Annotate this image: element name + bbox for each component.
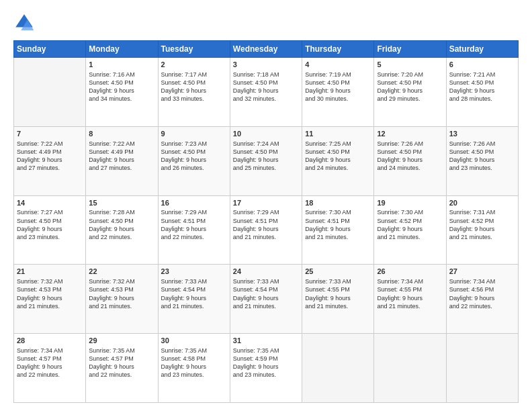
logo-icon [13, 12, 35, 34]
day-info: Sunrise: 7:34 AM Sunset: 4:56 PM Dayligh… [449, 277, 515, 310]
day-number: 24 [233, 267, 299, 277]
day-info: Sunrise: 7:16 AM Sunset: 4:50 PM Dayligh… [89, 71, 154, 103]
calendar-day-cell: 9Sunrise: 7:23 AM Sunset: 4:50 PM Daylig… [158, 126, 230, 195]
day-number: 17 [233, 198, 299, 208]
calendar-table: SundayMondayTuesdayWednesdayThursdayFrid… [13, 40, 519, 403]
calendar-day-cell: 24Sunrise: 7:33 AM Sunset: 4:54 PM Dayli… [230, 265, 302, 334]
day-number: 6 [449, 60, 515, 70]
day-info: Sunrise: 7:18 AM Sunset: 4:50 PM Dayligh… [233, 71, 299, 103]
calendar-week-row: 1Sunrise: 7:16 AM Sunset: 4:50 PM Daylig… [14, 58, 519, 127]
day-number: 23 [161, 267, 227, 277]
calendar-day-cell: 31Sunrise: 7:35 AM Sunset: 4:59 PM Dayli… [230, 334, 302, 403]
header [13, 12, 519, 34]
calendar-day-cell: 14Sunrise: 7:27 AM Sunset: 4:50 PM Dayli… [14, 195, 86, 265]
calendar-week-row: 7Sunrise: 7:22 AM Sunset: 4:49 PM Daylig… [14, 126, 519, 195]
calendar-day-cell: 17Sunrise: 7:29 AM Sunset: 4:51 PM Dayli… [230, 195, 302, 265]
calendar-day-header: Thursday [302, 41, 374, 58]
calendar-day-cell: 5Sunrise: 7:20 AM Sunset: 4:50 PM Daylig… [374, 58, 446, 127]
day-number: 20 [449, 198, 515, 208]
day-number: 21 [17, 267, 83, 277]
day-info: Sunrise: 7:25 AM Sunset: 4:50 PM Dayligh… [305, 140, 371, 173]
day-number: 25 [305, 267, 371, 277]
calendar-day-cell: 29Sunrise: 7:35 AM Sunset: 4:57 PM Dayli… [86, 334, 158, 403]
page: SundayMondayTuesdayWednesdayThursdayFrid… [0, 0, 532, 411]
calendar-day-cell: 4Sunrise: 7:19 AM Sunset: 4:50 PM Daylig… [302, 58, 374, 127]
day-number: 10 [233, 129, 299, 139]
calendar-day-cell: 3Sunrise: 7:18 AM Sunset: 4:50 PM Daylig… [230, 58, 302, 127]
logo [13, 12, 38, 34]
day-info: Sunrise: 7:29 AM Sunset: 4:51 PM Dayligh… [161, 208, 227, 241]
day-info: Sunrise: 7:17 AM Sunset: 4:50 PM Dayligh… [161, 71, 227, 103]
day-info: Sunrise: 7:34 AM Sunset: 4:55 PM Dayligh… [377, 277, 443, 310]
calendar-day-cell: 22Sunrise: 7:32 AM Sunset: 4:53 PM Dayli… [86, 265, 158, 334]
calendar-day-header: Sunday [14, 41, 86, 58]
day-number: 26 [377, 267, 443, 277]
day-number: 27 [449, 267, 515, 277]
day-info: Sunrise: 7:24 AM Sunset: 4:50 PM Dayligh… [233, 140, 299, 173]
day-info: Sunrise: 7:35 AM Sunset: 4:58 PM Dayligh… [161, 347, 227, 379]
calendar-day-cell: 23Sunrise: 7:33 AM Sunset: 4:54 PM Dayli… [158, 265, 230, 334]
day-info: Sunrise: 7:26 AM Sunset: 4:50 PM Dayligh… [377, 140, 443, 173]
day-number: 18 [305, 198, 371, 208]
day-info: Sunrise: 7:35 AM Sunset: 4:57 PM Dayligh… [89, 347, 154, 379]
day-info: Sunrise: 7:27 AM Sunset: 4:50 PM Dayligh… [17, 208, 83, 241]
calendar-day-cell: 1Sunrise: 7:16 AM Sunset: 4:50 PM Daylig… [86, 58, 158, 127]
calendar-day-cell: 11Sunrise: 7:25 AM Sunset: 4:50 PM Dayli… [302, 126, 374, 195]
day-info: Sunrise: 7:22 AM Sunset: 4:49 PM Dayligh… [89, 140, 154, 173]
calendar-header-row: SundayMondayTuesdayWednesdayThursdayFrid… [14, 41, 519, 58]
calendar-week-row: 28Sunrise: 7:34 AM Sunset: 4:57 PM Dayli… [14, 334, 519, 403]
day-info: Sunrise: 7:30 AM Sunset: 4:51 PM Dayligh… [305, 208, 371, 241]
day-number: 16 [161, 198, 227, 208]
calendar-day-cell: 25Sunrise: 7:33 AM Sunset: 4:55 PM Dayli… [302, 265, 374, 334]
day-number: 4 [305, 60, 371, 70]
day-number: 31 [233, 336, 299, 346]
day-info: Sunrise: 7:34 AM Sunset: 4:57 PM Dayligh… [17, 347, 83, 379]
day-info: Sunrise: 7:26 AM Sunset: 4:50 PM Dayligh… [449, 140, 515, 173]
calendar-day-cell: 8Sunrise: 7:22 AM Sunset: 4:49 PM Daylig… [86, 126, 158, 195]
calendar-day-cell: 30Sunrise: 7:35 AM Sunset: 4:58 PM Dayli… [158, 334, 230, 403]
day-info: Sunrise: 7:29 AM Sunset: 4:51 PM Dayligh… [233, 208, 299, 241]
day-number: 2 [161, 60, 227, 70]
day-number: 5 [377, 60, 443, 70]
calendar-day-cell: 27Sunrise: 7:34 AM Sunset: 4:56 PM Dayli… [446, 265, 518, 334]
day-number: 7 [17, 129, 83, 139]
calendar-day-header: Wednesday [230, 41, 302, 58]
day-info: Sunrise: 7:30 AM Sunset: 4:52 PM Dayligh… [377, 208, 443, 241]
calendar-day-cell: 7Sunrise: 7:22 AM Sunset: 4:49 PM Daylig… [14, 126, 86, 195]
day-number: 1 [89, 60, 154, 70]
calendar-day-cell: 18Sunrise: 7:30 AM Sunset: 4:51 PM Dayli… [302, 195, 374, 265]
day-number: 13 [449, 129, 515, 139]
day-number: 22 [89, 267, 154, 277]
calendar-day-cell: 19Sunrise: 7:30 AM Sunset: 4:52 PM Dayli… [374, 195, 446, 265]
calendar-day-cell: 12Sunrise: 7:26 AM Sunset: 4:50 PM Dayli… [374, 126, 446, 195]
calendar-week-row: 21Sunrise: 7:32 AM Sunset: 4:53 PM Dayli… [14, 265, 519, 334]
calendar-day-header: Monday [86, 41, 158, 58]
day-number: 14 [17, 198, 83, 208]
day-info: Sunrise: 7:35 AM Sunset: 4:59 PM Dayligh… [233, 347, 299, 379]
day-info: Sunrise: 7:28 AM Sunset: 4:50 PM Dayligh… [89, 208, 154, 241]
calendar-day-cell [302, 334, 374, 403]
day-info: Sunrise: 7:19 AM Sunset: 4:50 PM Dayligh… [305, 71, 371, 103]
day-info: Sunrise: 7:32 AM Sunset: 4:53 PM Dayligh… [89, 277, 154, 310]
day-number: 29 [89, 336, 154, 346]
calendar-week-row: 14Sunrise: 7:27 AM Sunset: 4:50 PM Dayli… [14, 195, 519, 265]
day-number: 8 [89, 129, 154, 139]
day-number: 11 [305, 129, 371, 139]
day-number: 28 [17, 336, 83, 346]
calendar-day-cell [14, 58, 86, 127]
day-info: Sunrise: 7:33 AM Sunset: 4:54 PM Dayligh… [233, 277, 299, 310]
day-number: 12 [377, 129, 443, 139]
calendar-day-header: Tuesday [158, 41, 230, 58]
calendar-day-cell [374, 334, 446, 403]
calendar-day-header: Saturday [446, 41, 518, 58]
calendar-day-cell: 21Sunrise: 7:32 AM Sunset: 4:53 PM Dayli… [14, 265, 86, 334]
calendar-day-cell: 10Sunrise: 7:24 AM Sunset: 4:50 PM Dayli… [230, 126, 302, 195]
day-number: 30 [161, 336, 227, 346]
day-info: Sunrise: 7:33 AM Sunset: 4:54 PM Dayligh… [161, 277, 227, 310]
day-number: 19 [377, 198, 443, 208]
calendar-day-cell: 20Sunrise: 7:31 AM Sunset: 4:52 PM Dayli… [446, 195, 518, 265]
calendar-day-cell: 16Sunrise: 7:29 AM Sunset: 4:51 PM Dayli… [158, 195, 230, 265]
day-info: Sunrise: 7:32 AM Sunset: 4:53 PM Dayligh… [17, 277, 83, 310]
day-info: Sunrise: 7:33 AM Sunset: 4:55 PM Dayligh… [305, 277, 371, 310]
calendar-day-cell: 26Sunrise: 7:34 AM Sunset: 4:55 PM Dayli… [374, 265, 446, 334]
